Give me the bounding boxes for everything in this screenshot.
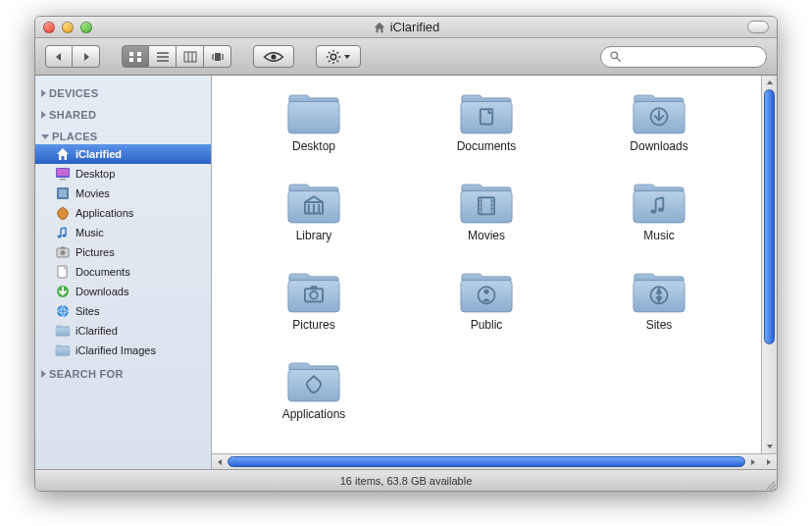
folder-icon [458,270,515,315]
status-text: 16 items, 63.8 GB available [340,475,473,487]
main-area: DesktopDocumentsDownloadsLibraryMoviesMu… [212,76,777,469]
scroll-left-button[interactable] [213,454,227,469]
svg-rect-17 [129,58,133,62]
folder-item-library[interactable]: Library [228,181,400,242]
search-input[interactable] [627,51,758,63]
sidebar-item-documents[interactable]: Documents [35,262,211,282]
folder-label: Movies [468,229,505,242]
vertical-scrollbar[interactable] [761,76,777,453]
folder-item-applications[interactable]: Applications [228,359,400,421]
sidebar-group-searchfor: SEARCH FOR [35,366,211,382]
svg-rect-20 [215,53,221,61]
file-browser[interactable]: DesktopDocumentsDownloadsLibraryMoviesMu… [212,76,761,453]
sidebar-item-sites[interactable]: Sites [35,301,211,321]
sidebar-item-pictures[interactable]: Pictures [35,242,211,262]
icon-view-button[interactable] [122,45,149,68]
svg-rect-24 [57,169,69,176]
quick-look-button[interactable] [253,45,294,68]
sidebar-item-label: iClarified [76,148,122,160]
titlebar: iClarified [35,17,777,38]
folder-item-documents[interactable]: Documents [400,91,573,153]
sidebar-header-shared[interactable]: SHARED [35,107,211,123]
horizontal-scrollbar[interactable] [212,453,777,469]
music-icon [55,225,71,240]
folder-item-sites[interactable]: Sites [573,270,745,332]
list-view-button[interactable] [149,45,177,68]
downloads-icon [55,284,71,299]
folder-item-desktop[interactable]: Desktop [228,91,400,153]
folder-label: Sites [646,318,673,332]
coverflow-view-button[interactable] [204,45,231,68]
sidebar-item-desktop[interactable]: Desktop [35,164,211,184]
svg-rect-21 [212,54,214,60]
svg-rect-32 [61,247,65,249]
sidebar-header-label: SEARCH FOR [49,368,124,380]
folder-icon [631,181,687,226]
sidebar-item-label: Music [76,227,104,238]
svg-rect-22 [222,54,224,60]
action-menu [316,45,361,68]
search-icon [609,50,622,63]
sidebar-header-label: PLACES [52,131,97,142]
folder-icon [55,342,71,358]
body: DEVICES SHARED PLACES iClarifiedDesktopM… [35,76,777,469]
svg-rect-16 [137,52,141,56]
sidebar-item-movies[interactable]: Movies [35,184,211,203]
search-field[interactable] [600,46,767,68]
sidebar-header-label: SHARED [49,109,96,121]
sidebar-item-iclarified[interactable]: iClarified [35,144,211,164]
resize-handle[interactable] [763,477,775,489]
svg-point-31 [61,250,66,255]
folder-label: Library [296,229,332,242]
sidebar-item-label: Sites [76,305,99,317]
svg-point-35 [57,305,69,317]
sidebar-item-label: iClarified [76,325,118,337]
action-menu-button[interactable] [316,45,361,68]
sidebar-item-iclarified[interactable]: iClarified [35,321,211,341]
sidebar-header-places[interactable]: PLACES [35,129,211,144]
disclosure-triangle-icon [41,370,46,378]
folder-icon [285,270,342,315]
window-title: iClarified [35,20,777,34]
sidebar-group-shared: SHARED [35,107,211,123]
folder-item-downloads[interactable]: Downloads [573,91,745,153]
svg-point-28 [58,236,62,238]
folder-item-pictures[interactable]: Pictures [228,270,400,332]
sidebar-item-label: Documents [76,266,130,278]
folder-item-public[interactable]: Public [400,270,573,332]
folder-label: Downloads [630,139,687,153]
folder-icon [631,270,687,315]
sidebar-header-searchfor[interactable]: SEARCH FOR [35,366,211,382]
scroll-up-button[interactable] [762,76,777,89]
sidebar-header-devices[interactable]: DEVICES [35,85,211,101]
back-button[interactable] [45,45,73,68]
folder-label: Applications [282,407,346,421]
window-title-text: iClarified [390,20,440,34]
sidebar-item-label: iClarified Images [76,344,156,356]
scroll-down-button[interactable] [762,440,777,453]
column-view-button[interactable] [177,45,204,68]
svg-rect-25 [60,179,66,181]
sidebar-item-downloads[interactable]: Downloads [35,282,211,301]
documents-icon [55,264,71,280]
scroll-right-button[interactable] [746,454,760,469]
folder-item-movies[interactable]: Movies [400,181,573,242]
sidebar-item-label: Downloads [76,286,128,297]
scroll-thumb[interactable] [228,456,745,467]
svg-rect-18 [137,58,141,62]
sidebar-item-music[interactable]: Music [35,223,211,242]
sidebar-item-iclarified-images[interactable]: iClarified Images [35,341,211,360]
toolbar-toggle-button[interactable] [747,21,769,33]
finder-window: iClarified [34,16,778,492]
apps-icon [55,205,71,221]
forward-button[interactable] [73,45,100,68]
scroll-thumb[interactable] [764,89,775,344]
svg-rect-27 [59,189,67,197]
home-icon [373,21,386,34]
scroll-right-button-2[interactable] [762,454,776,469]
sidebar: DEVICES SHARED PLACES iClarifiedDesktopM… [35,76,212,469]
disclosure-triangle-icon [41,111,46,119]
folder-item-music[interactable]: Music [573,181,745,242]
sidebar-group-places: PLACES iClarifiedDesktopMoviesApplicatio… [35,129,211,360]
sidebar-item-applications[interactable]: Applications [35,203,211,223]
